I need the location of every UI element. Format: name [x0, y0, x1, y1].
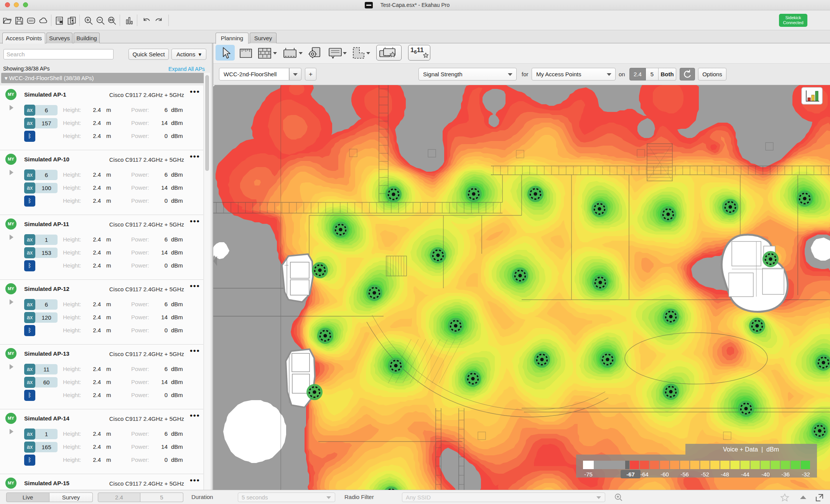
- svg-text:-52: -52: [701, 471, 709, 478]
- svg-text:-60: -60: [660, 471, 669, 478]
- svg-text:Voice + Data | dBm: Voice + Data | dBm: [723, 446, 779, 453]
- svg-text:-64: -64: [640, 471, 649, 478]
- svg-text:-44: -44: [741, 471, 749, 478]
- svg-text:-67: -67: [626, 471, 635, 478]
- svg-text:-32: -32: [802, 471, 810, 478]
- svg-text:-40: -40: [761, 471, 770, 478]
- svg-text:-36: -36: [781, 471, 790, 478]
- svg-text:-48: -48: [721, 471, 729, 478]
- svg-text:-56: -56: [680, 471, 689, 478]
- svg-text:-75: -75: [584, 471, 593, 478]
